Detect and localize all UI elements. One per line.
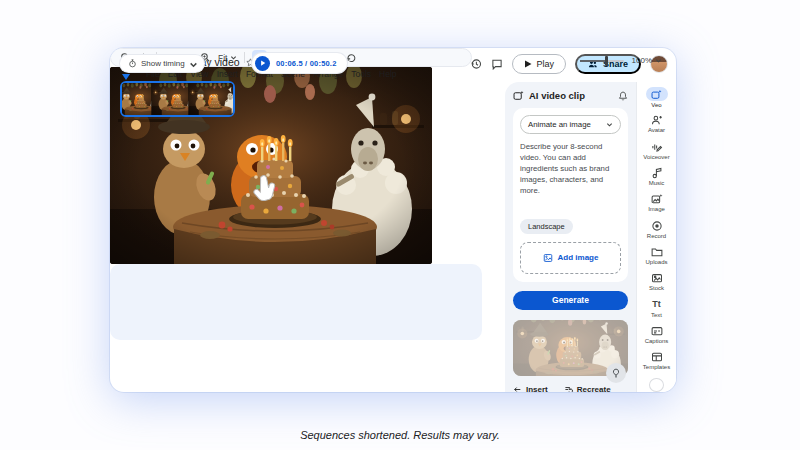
stock-media-icon xyxy=(651,272,663,284)
chevron-down-icon xyxy=(655,57,662,64)
stopwatch-icon xyxy=(128,59,137,68)
help-button[interactable] xyxy=(649,378,664,392)
arrow-left-icon xyxy=(513,385,522,392)
rail-label: Templates xyxy=(643,364,670,370)
recreate-button[interactable]: Recreate xyxy=(564,385,611,392)
rail-label: Music xyxy=(649,180,665,186)
image-add-icon xyxy=(543,253,553,263)
timeline-panel: Show timing 00:06.5 / 00:50.2 100% xyxy=(110,264,482,340)
page-background: Joe's Birthday video File Edit View Inse… xyxy=(0,0,800,450)
text-icon: Tt xyxy=(651,299,663,311)
rail-item-record[interactable]: Record xyxy=(638,217,676,242)
rail-item-captions[interactable]: Captions xyxy=(638,322,676,347)
rail-item-image[interactable]: Image xyxy=(638,190,676,215)
playback-control: 00:06.5 / 00:50.2 xyxy=(252,53,347,73)
captions-icon xyxy=(651,325,663,337)
voiceover-icon xyxy=(651,141,663,153)
ai-video-clip-icon xyxy=(513,90,524,101)
play-button[interactable]: Play xyxy=(512,54,566,74)
rail-label: Record xyxy=(647,233,666,239)
recreate-label: Recreate xyxy=(577,385,611,392)
rail-label: Captions xyxy=(645,338,669,344)
recreate-icon xyxy=(564,385,573,392)
zoom-slider-handle[interactable] xyxy=(605,56,608,66)
ai-video-clip-panel: AI video clip Animate an image Describe … xyxy=(505,82,636,392)
zoom-level-control[interactable]: 100% xyxy=(632,56,662,65)
rail-label: Uploads xyxy=(645,259,667,265)
app-window: Joe's Birthday video File Edit View Inse… xyxy=(110,48,676,392)
rail-item-stock[interactable]: Stock xyxy=(638,269,676,294)
veo-icon xyxy=(646,87,668,101)
insert-button[interactable]: Insert xyxy=(513,385,548,392)
transition-icon[interactable] xyxy=(346,52,357,63)
rail-label: Stock xyxy=(649,285,664,291)
rail-item-text[interactable]: Tt Text xyxy=(638,296,676,321)
play-button-label: Play xyxy=(536,59,554,69)
menu-tools[interactable]: Tools xyxy=(351,69,371,79)
comment-history-icon[interactable] xyxy=(491,58,503,70)
lightbulb-icon xyxy=(611,368,621,378)
playback-time: 00:06.5 / 00:50.2 xyxy=(276,59,337,68)
timeline-play-button[interactable] xyxy=(255,56,270,71)
version-history-icon[interactable] xyxy=(470,58,482,70)
assistant-button[interactable] xyxy=(606,363,626,383)
show-timing-button[interactable]: Show timing xyxy=(120,55,204,72)
rail-label: Text xyxy=(651,312,662,318)
rail-item-veo[interactable]: Veo xyxy=(638,85,676,110)
zoom-level-value: 100% xyxy=(632,56,652,65)
prompt-card: Animate an image Describe your 8-second … xyxy=(513,108,628,282)
zoom-slider[interactable] xyxy=(580,60,624,62)
disclaimer-caption: Sequences shortened. Results may vary. xyxy=(0,429,800,441)
panel-title: AI video clip xyxy=(529,90,613,101)
rail-label: Image xyxy=(648,206,665,212)
generate-button[interactable]: Generate xyxy=(513,291,628,310)
notification-bell-icon[interactable] xyxy=(618,91,628,101)
insert-label: Insert xyxy=(526,385,548,392)
record-icon xyxy=(651,220,663,232)
mode-select-dropdown[interactable]: Animate an image xyxy=(520,115,621,134)
menu-help[interactable]: Help xyxy=(379,69,396,79)
rail-item-uploads[interactable]: Uploads xyxy=(638,243,676,268)
add-image-label: Add image xyxy=(558,253,599,262)
rail-label: Voiceover xyxy=(643,154,669,160)
chevron-down-icon xyxy=(189,60,196,67)
zoom-slider-fill xyxy=(580,60,606,62)
folder-icon xyxy=(651,246,663,258)
playhead-marker[interactable] xyxy=(122,74,130,80)
rail-item-voiceover[interactable]: Voiceover xyxy=(638,138,676,163)
show-timing-label: Show timing xyxy=(141,59,185,68)
timeline-clip-selected[interactable] xyxy=(120,81,235,117)
rail-label: Avatar xyxy=(648,127,665,133)
rail-item-templates[interactable]: Templates xyxy=(638,348,676,373)
aspect-ratio-chip[interactable]: Landscape xyxy=(520,219,573,234)
rail-item-avatar[interactable]: Avatar xyxy=(638,111,676,136)
mode-select-value: Animate an image xyxy=(528,120,591,129)
timeline-zoom-control: 100% xyxy=(580,56,662,65)
rail-item-music[interactable]: Music xyxy=(638,164,676,189)
insert-rail: Veo Avatar Voiceover Music xyxy=(636,82,676,392)
music-note-icon xyxy=(651,167,663,179)
image-sparkle-icon xyxy=(651,193,663,205)
rail-label: Veo xyxy=(651,102,661,108)
prompt-placeholder-text[interactable]: Describe your 8-second video. You can ad… xyxy=(520,142,621,197)
menu-insert[interactable]: Insert xyxy=(217,69,238,79)
templates-icon xyxy=(651,351,663,363)
avatar-add-icon xyxy=(651,114,663,126)
add-image-button[interactable]: Add image xyxy=(520,242,621,274)
chevron-down-icon xyxy=(606,121,613,128)
